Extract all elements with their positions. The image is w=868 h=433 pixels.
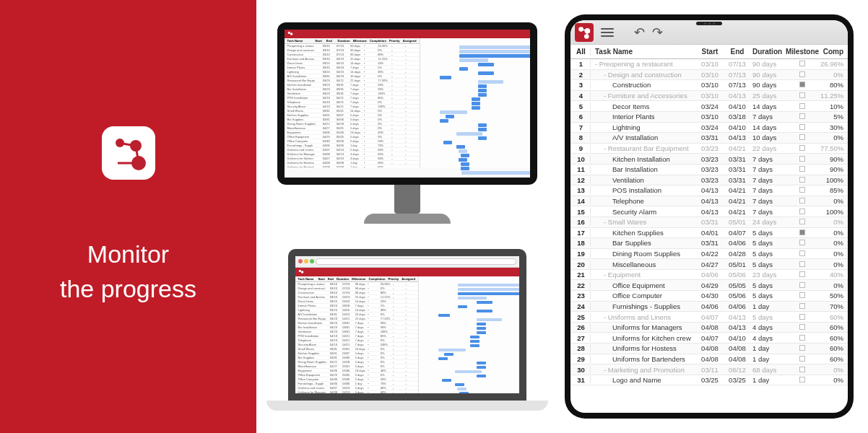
gantt-bar[interactable] (456, 132, 483, 136)
gantt-chart[interactable] (420, 38, 530, 167)
gantt-bar[interactable] (459, 58, 488, 62)
milestone-checkbox-icon[interactable] (799, 82, 805, 87)
gantt-bar[interactable] (478, 84, 487, 88)
gantt-bar[interactable] (446, 115, 455, 118)
gantt-bar[interactable] (477, 323, 486, 326)
milestone-checkbox-icon[interactable] (799, 219, 805, 224)
task-row[interactable]: 2- Design and construction03/1007/1390 d… (570, 70, 848, 81)
milestone-cell[interactable] (784, 102, 820, 110)
gantt-bar[interactable] (470, 344, 479, 348)
col-completion[interactable]: Comp (820, 48, 846, 56)
milestone-cell[interactable] (784, 261, 820, 268)
task-row[interactable]: 7Lightning03/2404/1014 days30% (570, 123, 848, 134)
milestone-cell[interactable] (784, 144, 820, 152)
gantt-bar[interactable] (438, 357, 448, 361)
milestone-cell[interactable] (784, 60, 820, 68)
task-row[interactable]: 22Office Equipment04/2905/055 days0% (570, 280, 848, 291)
task-row[interactable]: 5Decor Items03/2404/1014 days10% (570, 101, 848, 112)
col-end[interactable]: End (724, 48, 751, 56)
gantt-bar[interactable] (459, 67, 469, 71)
milestone-checkbox-icon[interactable] (799, 250, 805, 256)
milestone-checkbox-icon[interactable] (799, 229, 805, 235)
task-row[interactable]: 27Uniforms for Kitchen crew04/0704/104 d… (570, 333, 848, 344)
task-row[interactable]: 6Interior Plants03/1003/187 days5% (570, 112, 848, 123)
gantt-bar[interactable] (477, 318, 502, 322)
gantt-bar[interactable] (438, 314, 450, 318)
milestone-cell[interactable] (784, 344, 820, 352)
task-row[interactable]: 17Kitchen Supplies04/0104/075 days0% (570, 228, 848, 239)
gantt-bar[interactable] (459, 54, 530, 58)
task-row[interactable]: 23Office Computer04/3005/065 days50% (570, 291, 848, 302)
gantt-bar[interactable] (461, 162, 470, 166)
gantt-bar[interactable] (478, 71, 494, 75)
task-table[interactable]: Task Name Start End Duration Milestone C… (295, 276, 419, 393)
gantt-bar[interactable] (478, 123, 487, 127)
gantt-bar[interactable] (461, 154, 470, 157)
gantt-bar[interactable] (456, 145, 466, 149)
col-duration[interactable]: Duration (751, 48, 784, 56)
milestone-cell[interactable] (784, 176, 820, 184)
gantt-bar[interactable] (458, 305, 467, 309)
gantt-bar[interactable] (440, 110, 467, 114)
gantt-bar[interactable] (440, 76, 451, 79)
milestone-cell[interactable] (784, 355, 820, 363)
gantt-bar[interactable] (459, 149, 468, 153)
task-row[interactable]: 10Kitchen Installation03/2303/317 days90… (570, 154, 848, 165)
gantt-bar[interactable] (444, 353, 453, 357)
milestone-checkbox-icon[interactable] (799, 209, 805, 214)
milestone-checkbox-icon[interactable] (799, 282, 805, 288)
task-row[interactable]: 14Telephone04/1304/217 days0% (570, 196, 848, 207)
task-row[interactable]: 18Bar Supplies03/3104/065 days0% (570, 238, 848, 249)
milestone-cell[interactable] (784, 81, 820, 89)
task-row[interactable]: Uniforms for Bartend04/0804/081 day•60%-… (285, 165, 420, 167)
gantt-bar[interactable] (477, 362, 486, 365)
task-row[interactable]: 30- Marketing and Promotion03/1106/1268 … (570, 364, 848, 375)
milestone-cell[interactable] (784, 229, 820, 237)
gantt-bar[interactable] (455, 383, 464, 387)
milestone-checkbox-icon[interactable] (799, 314, 805, 320)
task-row[interactable]: 25- Uniforms and Linens04/0704/135 days6… (570, 312, 848, 323)
milestone-checkbox-icon[interactable] (799, 303, 805, 309)
task-grid[interactable]: All Task Name Start End Duration Milesto… (570, 45, 848, 413)
gantt-bar[interactable] (478, 63, 494, 66)
milestone-checkbox-icon[interactable] (799, 71, 805, 77)
milestone-cell[interactable] (784, 92, 820, 100)
gantt-bar[interactable] (478, 80, 503, 84)
gantt-bar[interactable] (455, 370, 482, 374)
gantt-bar[interactable] (472, 106, 481, 110)
milestone-cell[interactable] (784, 208, 820, 216)
gantt-bar[interactable] (458, 288, 519, 292)
milestone-checkbox-icon[interactable] (799, 61, 805, 66)
milestone-checkbox-icon[interactable] (799, 367, 805, 372)
gantt-bar[interactable] (438, 349, 466, 352)
app-logo-icon[interactable] (575, 23, 594, 42)
gantt-bar[interactable] (470, 340, 479, 344)
milestone-checkbox-icon[interactable] (799, 177, 805, 183)
gantt-bar[interactable] (477, 310, 492, 313)
gantt-chart[interactable] (418, 276, 519, 393)
task-row[interactable]: 13POS Installation04/1304/217 days85% (570, 185, 848, 196)
milestone-checkbox-icon[interactable] (799, 261, 805, 267)
milestone-cell[interactable] (784, 113, 820, 121)
gantt-bar[interactable] (478, 136, 487, 140)
gantt-bar[interactable] (478, 128, 487, 131)
task-row[interactable]: 31Logo and Name03/2503/251 day0% (570, 375, 848, 386)
milestone-cell[interactable] (784, 71, 820, 79)
task-row[interactable]: 11Bar Installation03/2303/317 days90% (570, 165, 848, 175)
gantt-bar[interactable] (459, 392, 469, 393)
gantt-bar[interactable] (458, 284, 519, 287)
gantt-bar[interactable] (472, 102, 481, 105)
milestone-checkbox-icon[interactable] (799, 113, 805, 119)
milestone-cell[interactable] (784, 271, 820, 279)
milestone-checkbox-icon[interactable] (799, 356, 805, 362)
gantt-bar[interactable] (443, 141, 453, 144)
gantt-bar[interactable] (458, 297, 487, 300)
gantt-bar[interactable] (461, 167, 470, 170)
task-row[interactable]: 15Security Alarm04/1304/217 days100% (570, 206, 848, 217)
milestone-cell[interactable] (784, 239, 820, 247)
address-bar[interactable] (316, 258, 516, 265)
window-maximize-icon[interactable] (310, 259, 314, 263)
undo-icon[interactable]: ↶ (634, 25, 645, 40)
milestone-cell[interactable] (784, 376, 820, 384)
window-close-icon[interactable] (298, 259, 303, 263)
